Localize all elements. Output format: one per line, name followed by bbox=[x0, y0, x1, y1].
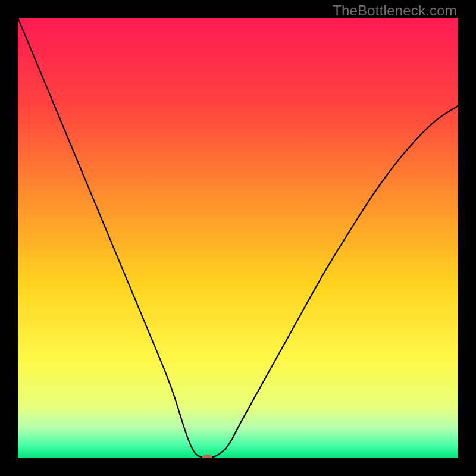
plot-area bbox=[18, 18, 458, 458]
optimum-marker bbox=[202, 455, 212, 458]
watermark-text: TheBottleneck.com bbox=[333, 2, 457, 19]
bottleneck-curve bbox=[18, 18, 458, 458]
chart-frame: TheBottleneck.com bbox=[0, 0, 476, 476]
